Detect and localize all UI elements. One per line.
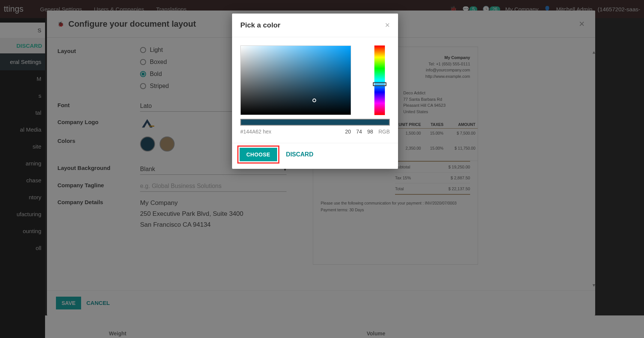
hex-value[interactable]: #144A62 hex <box>240 129 271 135</box>
color-picker-modal: Pick a color × #144A62 hex 20 74 98 RGB <box>232 14 398 169</box>
b-value[interactable]: 98 <box>367 129 373 135</box>
r-value[interactable]: 20 <box>345 129 351 135</box>
choose-button[interactable]: CHOOSE <box>240 148 277 161</box>
color-modal-title: Pick a color <box>240 21 281 29</box>
rgb-label: RGB <box>379 129 390 135</box>
sv-cursor[interactable] <box>312 99 316 102</box>
hue-slider[interactable] <box>374 45 385 115</box>
hue-cursor[interactable] <box>373 82 386 86</box>
discard-color-button[interactable]: DISCARD <box>286 151 314 158</box>
color-preview-swatch <box>240 119 390 126</box>
g-value[interactable]: 74 <box>356 129 362 135</box>
close-icon[interactable]: × <box>385 20 390 30</box>
saturation-value-picker[interactable] <box>240 45 351 115</box>
